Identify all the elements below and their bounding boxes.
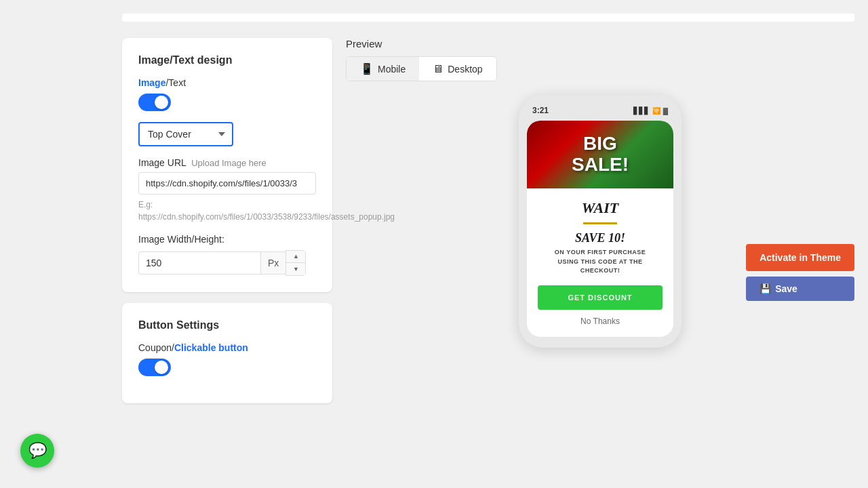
desc-line2: USING THIS CODE AT THE — [557, 258, 642, 265]
image-url-label: Image URL Upload Image here — [138, 157, 316, 168]
popup-description: ON YOUR FIRST PURCHASE USING THIS CODE A… — [538, 248, 663, 276]
dimension-down-arrow[interactable]: ▼ — [286, 263, 305, 275]
get-discount-button[interactable]: GET DISCOUNT — [538, 285, 663, 310]
chat-bubble-button[interactable]: 💬 — [20, 434, 54, 468]
activate-in-theme-button[interactable]: Activate in Theme — [746, 244, 854, 271]
status-icons: ▋▋▋ 🛜 ▓ — [633, 107, 668, 115]
popup-image-text: BIG SALE! — [572, 134, 629, 176]
popup-wait-text: WAIT — [538, 199, 663, 217]
save-label: Save — [775, 283, 797, 294]
phone-status-bar: 3:21 ▋▋▋ 🛜 ▓ — [527, 106, 673, 121]
example-label: E.g: — [138, 200, 153, 209]
mobile-icon: 📱 — [360, 62, 374, 75]
save-button[interactable]: 💾 Save — [746, 277, 854, 301]
upload-link-text[interactable]: Upload Image here — [191, 158, 267, 168]
image-url-input[interactable] — [138, 172, 316, 195]
tab-desktop[interactable]: 🖥 Desktop — [419, 57, 496, 81]
chat-icon: 💬 — [28, 442, 47, 460]
image-text-toggle-label: Image/Text — [138, 77, 316, 88]
phone-time: 3:21 — [532, 106, 549, 115]
preview-label: Preview — [346, 38, 382, 49]
coupon-clickable-toggle[interactable] — [138, 359, 171, 376]
dimension-label: Image Width/Height: — [138, 234, 316, 245]
popup-underline — [583, 222, 617, 224]
panel-title: Image/Text design — [138, 54, 316, 66]
toggle-track[interactable] — [138, 94, 171, 111]
button-settings-panel: Button Settings Coupon/Clickable button — [122, 303, 332, 403]
left-nav-panel — [0, 0, 108, 488]
action-buttons: Activate in Theme 💾 Save — [746, 244, 854, 301]
example-text: E.g: https://cdn.shopify.com/s/files/1/0… — [138, 199, 316, 223]
coupon-label: Coupon — [138, 342, 172, 353]
battery-icon: ▓ — [663, 107, 668, 115]
page-wrapper: Image/Text design Image/Text Top Cover L… — [0, 0, 868, 488]
desc-line1: ON YOUR FIRST PURCHASE — [555, 249, 646, 256]
phone-screen: BIG SALE! WAIT SAVE 10! ON YOUR FIRST PU… — [527, 121, 673, 337]
dimension-unit: Px — [260, 251, 285, 274]
position-dropdown-container: Top Cover Left Cover Right Cover Bottom … — [138, 122, 316, 146]
no-thanks-link[interactable]: No Thanks — [538, 317, 663, 326]
top-bar — [122, 14, 854, 22]
preview-panel: Preview 📱 Mobile 🖥 Desktop 3:21 — [346, 38, 854, 348]
tab-mobile-label: Mobile — [378, 64, 406, 75]
dimension-up-arrow[interactable]: ▲ — [286, 251, 305, 263]
toggle-thumb — [155, 96, 168, 109]
image-label-rest: /Text — [165, 77, 186, 88]
position-dropdown[interactable]: Top Cover Left Cover Right Cover Bottom … — [138, 122, 233, 146]
image-text-toggle[interactable] — [138, 94, 171, 111]
wifi-icon: 🛜 — [652, 107, 660, 115]
image-text-design-panel: Image/Text design Image/Text Top Cover L… — [122, 38, 332, 292]
save-icon: 💾 — [760, 283, 771, 294]
dimension-arrows: ▲ ▼ — [285, 250, 306, 276]
button-settings-title: Button Settings — [138, 319, 316, 331]
popup-save-text: SAVE 10! — [538, 231, 663, 245]
coupon-toggle-thumb — [155, 361, 168, 374]
coupon-toggle-label: Coupon/Clickable button — [138, 342, 316, 353]
signal-icon: ▋▋▋ — [633, 107, 650, 115]
big-text: BIG — [583, 133, 617, 154]
content-row: Image/Text design Image/Text Top Cover L… — [122, 38, 854, 403]
preview-tabs: 📱 Mobile 🖥 Desktop — [346, 56, 497, 81]
desc-line3: CHECKOUT! — [580, 267, 620, 274]
left-panels: Image/Text design Image/Text Top Cover L… — [122, 38, 332, 403]
tab-mobile[interactable]: 📱 Mobile — [347, 57, 419, 81]
coupon-toggle-track[interactable] — [138, 359, 171, 376]
dimension-value-input[interactable] — [138, 251, 260, 274]
tab-desktop-label: Desktop — [448, 64, 482, 75]
image-label-highlight: Image — [138, 77, 165, 88]
image-url-label-text: Image URL — [138, 157, 186, 168]
clickable-label: Clickable button — [174, 342, 248, 353]
sale-text: SALE! — [572, 154, 629, 175]
desktop-icon: 🖥 — [433, 63, 443, 75]
phone-mockup: 3:21 ▋▋▋ 🛜 ▓ BIG SALE! — [519, 95, 682, 348]
dimension-input-row: Px ▲ ▼ — [138, 250, 316, 276]
popup-image: BIG SALE! — [527, 121, 673, 188]
popup-body: WAIT SAVE 10! ON YOUR FIRST PURCHASE USI… — [527, 188, 673, 337]
